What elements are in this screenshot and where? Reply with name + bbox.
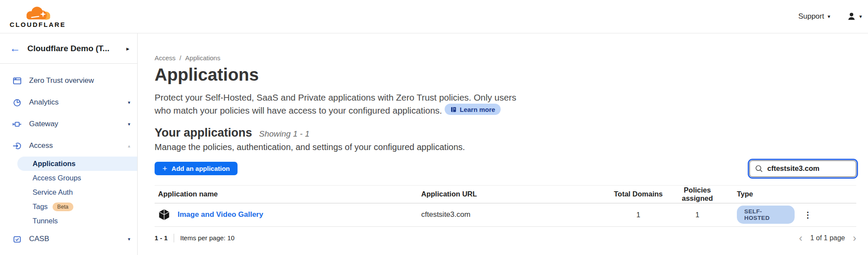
section-heading: Your applications: [155, 126, 252, 140]
previous-page-chevron-icon[interactable]: ‹: [799, 233, 802, 243]
column-header-policies-assigned[interactable]: Policies assigned: [669, 186, 726, 203]
casb-check-icon: [12, 234, 22, 244]
plus-icon: +: [162, 164, 167, 173]
sidebar-item-label: Access Groups: [33, 174, 81, 182]
gateway-icon: [12, 119, 22, 129]
items-per-page[interactable]: Items per page: 10: [180, 234, 234, 242]
sidebar-item-label: Service Auth: [33, 188, 73, 196]
sidebar-item-tags[interactable]: Tags Beta: [0, 199, 137, 214]
table-row: Image and Video Gallery cftestsite3.com …: [155, 203, 856, 227]
main-content: Access / Applications Applications Prote…: [138, 33, 868, 255]
beta-badge: Beta: [53, 203, 73, 211]
breadcrumb: Access / Applications: [155, 54, 856, 62]
cloudflare-logo[interactable]: CLOUDFLARE: [8, 5, 68, 28]
page-description: Protect your Self-Hosted, SaaS and Priva…: [155, 91, 533, 117]
sidebar-item-label: Zero Trust overview: [29, 76, 130, 85]
book-icon: [450, 106, 457, 113]
chevron-down-icon: ▾: [128, 100, 130, 105]
breadcrumb-access[interactable]: Access: [155, 54, 175, 62]
chevron-down-icon: ▾: [128, 121, 130, 127]
section-subtext: Manage the policies, authentication, and…: [155, 142, 856, 152]
browser-window-icon: [12, 76, 22, 85]
learn-more-button[interactable]: Learn more: [445, 104, 501, 115]
pie-chart-icon: [12, 98, 22, 107]
sidebar-item-label: Access: [29, 141, 128, 150]
table-header-row: Application name Application URL Total D…: [155, 186, 856, 203]
search-input[interactable]: [749, 160, 856, 177]
learn-more-label: Learn more: [460, 103, 495, 116]
application-name-link[interactable]: Image and Video Gallery: [178, 210, 263, 219]
showing-count: Showing 1 - 1: [259, 129, 310, 139]
sidebar-item-analytics[interactable]: Analytics ▾: [0, 92, 137, 113]
type-badge: SELF-HOSTED: [737, 206, 795, 224]
total-domains-cell: 1: [608, 211, 669, 219]
divider: [174, 234, 174, 242]
sidebar-account-header: ← Cloudflare Demo (T... ▸: [0, 33, 137, 64]
cloudflare-wordmark: CLOUDFLARE: [10, 21, 66, 28]
page-status: 1 of 1 page: [810, 234, 845, 242]
chevron-down-icon: ▾: [828, 14, 830, 19]
sidebar-item-access[interactable]: Access ▴: [0, 135, 137, 157]
row-actions-kebab-icon[interactable]: ⋮: [795, 210, 856, 220]
sidebar-item-gateway[interactable]: Gateway ▾: [0, 113, 137, 135]
policies-assigned-cell: 1: [669, 211, 726, 219]
column-header-application-name[interactable]: Application name: [155, 190, 421, 198]
column-header-type[interactable]: Type: [726, 190, 795, 198]
user-account-menu[interactable]: ▾: [847, 12, 862, 21]
pagination-range: 1 - 1: [155, 234, 168, 242]
top-bar: CLOUDFLARE Support ▾ ▾: [0, 0, 868, 33]
sidebar-item-label: CASB: [29, 235, 128, 243]
add-application-button[interactable]: + Add an application: [155, 162, 238, 175]
chevron-down-icon: ▾: [128, 236, 130, 242]
sidebar-item-label: Tunnels: [33, 217, 58, 225]
support-label: Support: [798, 12, 824, 21]
sidebar-item-tunnels[interactable]: Tunnels: [0, 214, 137, 228]
app-cube-icon: [158, 209, 170, 221]
cloudflare-cloud-icon: [17, 5, 59, 22]
applications-table: Application name Application URL Total D…: [155, 185, 856, 227]
back-arrow-icon[interactable]: ←: [10, 43, 20, 54]
sidebar-item-service-auth[interactable]: Service Auth: [0, 185, 137, 199]
access-sub-menu: Applications Access Groups Service Auth …: [0, 157, 137, 228]
user-icon: [847, 12, 856, 21]
login-arrow-icon: [12, 141, 22, 150]
sidebar-item-label: Tags: [33, 203, 48, 211]
breadcrumb-applications: Applications: [185, 54, 221, 62]
next-page-chevron-icon[interactable]: ›: [853, 233, 856, 243]
account-expand-icon[interactable]: ▸: [126, 45, 129, 52]
add-application-label: Add an application: [172, 165, 230, 172]
sidebar-item-applications[interactable]: Applications: [17, 157, 137, 171]
breadcrumb-separator: /: [179, 54, 181, 62]
application-url-cell: cftestsite3.com: [421, 210, 608, 219]
support-menu[interactable]: Support ▾: [798, 12, 830, 21]
chevron-down-icon: ▾: [859, 14, 862, 19]
sidebar-item-label: Gateway: [29, 120, 128, 128]
sidebar-item-label: Analytics: [29, 98, 128, 107]
column-header-total-domains[interactable]: Total Domains: [608, 190, 669, 198]
sidebar: ← Cloudflare Demo (T... ▸ Zero Trust ove…: [0, 33, 138, 255]
account-name[interactable]: Cloudflare Demo (T...: [27, 44, 126, 53]
sidebar-item-zero-trust-overview[interactable]: Zero Trust overview: [0, 70, 137, 92]
sidebar-nav: Zero Trust overview Analytics ▾: [0, 64, 137, 250]
pagination-bar: 1 - 1 Items per page: 10 ‹ 1 of 1 page ›: [155, 227, 856, 243]
sidebar-item-casb[interactable]: CASB ▾: [0, 228, 137, 250]
table-toolbar: + Add an application: [155, 159, 856, 178]
search-icon: [755, 164, 763, 173]
sidebar-item-label: Applications: [33, 160, 76, 168]
sidebar-item-access-groups[interactable]: Access Groups: [0, 171, 137, 185]
page-title: Applications: [155, 65, 856, 84]
column-header-application-url[interactable]: Application URL: [421, 190, 608, 198]
chevron-up-icon: ▴: [128, 143, 130, 149]
